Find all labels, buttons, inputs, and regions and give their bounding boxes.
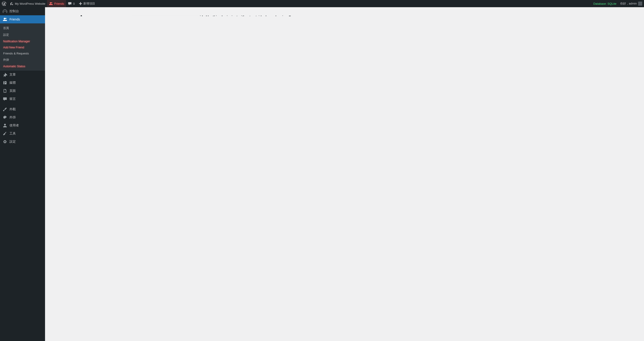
new-content-link[interactable]: 新增項目 xyxy=(76,0,97,7)
comments-link[interactable]: 0 xyxy=(66,0,76,7)
site-title: My WordPress Website xyxy=(15,2,45,5)
site-name-link[interactable]: My WordPress Website xyxy=(8,0,47,7)
menu-dashboard[interactable]: 控制台 xyxy=(0,7,45,15)
content-body: ovided by this plugin, just without outs… xyxy=(45,7,644,16)
avatar xyxy=(638,1,642,6)
admin-menu: 控制台 Friends 首頁 設定 Notification Manager A… xyxy=(0,7,45,16)
admin-bar: My WordPress Website Friends 0 新增項目 Data… xyxy=(0,0,644,7)
dashboard-icon xyxy=(3,9,7,13)
bg-text: ovided by this plugin, just without outs… xyxy=(196,15,294,16)
menu-friends[interactable]: Friends xyxy=(0,15,45,16)
database-indicator[interactable]: Database: SQLite xyxy=(592,0,618,7)
friends-adminbar-link[interactable]: Friends xyxy=(47,0,66,7)
wp-logo[interactable] xyxy=(0,0,8,7)
comments-count: 0 xyxy=(73,2,75,5)
account-link[interactable]: 你好，admin xyxy=(618,0,644,7)
bullet-icon xyxy=(80,15,82,16)
